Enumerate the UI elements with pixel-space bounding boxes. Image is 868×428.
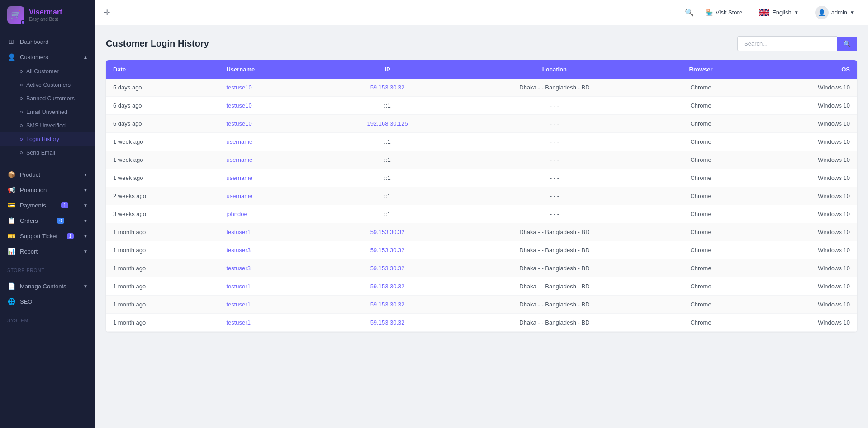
sidebar-item-all-customer[interactable]: All Customer	[0, 65, 95, 78]
cell-location: Dhaka - - Bangladesh - BD	[454, 223, 656, 241]
sidebar-item-label: Customers	[20, 54, 48, 61]
cell-ip[interactable]: 59.153.30.32	[322, 223, 454, 241]
cell-ip: ::1	[322, 97, 454, 115]
cell-username[interactable]: testuser1	[219, 296, 321, 314]
nav-bottom: 📦 Product ▼ 📢 Promotion ▼ 💳 Payments 1 ▼…	[0, 163, 95, 263]
cell-location: Dhaka - - Bangladesh - BD	[454, 314, 656, 332]
cell-ip[interactable]: 59.153.30.32	[322, 277, 454, 296]
cell-date: 1 week ago	[106, 151, 219, 169]
sidebar-sub-label: Email Unverified	[26, 109, 67, 115]
cell-os: Windows 10	[746, 115, 857, 133]
chevron-up-icon: ▲	[83, 55, 88, 60]
cell-location: - - -	[454, 169, 656, 187]
cell-browser: Chrome	[655, 115, 746, 133]
table-body: 5 days ago testuse10 59.153.30.32 Dhaka …	[106, 79, 857, 332]
cell-ip[interactable]: 59.153.30.32	[322, 296, 454, 314]
admin-menu[interactable]: 👤 admin ▼	[811, 3, 859, 22]
search-box: 🔍	[737, 36, 857, 51]
cell-username[interactable]: username	[219, 187, 321, 205]
cell-os: Windows 10	[746, 97, 857, 115]
sidebar-item-dashboard[interactable]: ⊞ Dashboard	[0, 34, 95, 49]
logo-icon: 🛒	[7, 6, 24, 24]
search-button[interactable]: 🔍	[837, 37, 857, 51]
cell-os: Windows 10	[746, 296, 857, 314]
sidebar: 🛒 Visermart Easy and Best ⊞ Dashboard 👤 …	[0, 0, 95, 428]
visit-store-label: Visit Store	[716, 9, 742, 16]
cell-location: - - -	[454, 133, 656, 151]
sidebar-item-payments[interactable]: 💳 Payments 1 ▼	[0, 198, 95, 213]
cell-location: - - -	[454, 115, 656, 133]
cell-username[interactable]: testuser3	[219, 259, 321, 277]
cell-location: Dhaka - - Bangladesh - BD	[454, 296, 656, 314]
cell-ip[interactable]: 59.153.30.32	[322, 241, 454, 259]
cell-ip[interactable]: 59.153.30.32	[322, 314, 454, 332]
login-history-table-container: Date Username IP Location Browser OS 5 d…	[106, 60, 857, 332]
topbar: ✛ 🔍 🏪 Visit Store English ▼ 👤 admin ▼	[95, 0, 868, 25]
cell-location: Dhaka - - Bangladesh - BD	[454, 241, 656, 259]
cell-browser: Chrome	[655, 151, 746, 169]
sidebar-item-orders[interactable]: 📋 Orders 0 ▼	[0, 213, 95, 228]
cell-location: - - -	[454, 151, 656, 169]
sidebar-item-banned-customers[interactable]: Banned Customers	[0, 92, 95, 105]
cell-browser: Chrome	[655, 97, 746, 115]
seo-icon: 🌐	[7, 298, 15, 305]
cell-os: Windows 10	[746, 151, 857, 169]
cell-ip[interactable]: 192.168.30.125	[322, 115, 454, 133]
sidebar-item-customers[interactable]: 👤 Customers ▲	[0, 49, 95, 65]
payments-badge: 1	[61, 202, 68, 208]
sidebar-item-report[interactable]: 📊 Report ▼	[0, 244, 95, 259]
visit-store-button[interactable]: 🏪 Visit Store	[701, 6, 747, 19]
table-row: 1 week ago username ::1 - - - Chrome Win…	[106, 169, 857, 187]
cell-browser: Chrome	[655, 169, 746, 187]
cell-date: 1 week ago	[106, 169, 219, 187]
cell-username[interactable]: testuse10	[219, 79, 321, 97]
cell-username[interactable]: testuser1	[219, 223, 321, 241]
cell-date: 1 month ago	[106, 277, 219, 296]
orders-badge: 0	[57, 218, 64, 224]
page-header: Customer Login History 🔍	[106, 36, 857, 51]
logo-subtitle: Easy and Best	[29, 17, 62, 22]
cell-username[interactable]: username	[219, 133, 321, 151]
dot-icon	[20, 111, 23, 113]
crosshair-icon[interactable]: ✛	[104, 8, 110, 17]
chevron-down-icon: ▼	[83, 203, 88, 208]
cell-username[interactable]: johndoe	[219, 205, 321, 223]
cell-ip[interactable]: 59.153.30.32	[322, 79, 454, 97]
sidebar-item-support-ticket[interactable]: 🎫 Support Ticket 1 ▼	[0, 228, 95, 244]
table-row: 3 weeks ago johndoe ::1 - - - Chrome Win…	[106, 205, 857, 223]
language-selector[interactable]: English ▼	[754, 6, 803, 19]
cell-username[interactable]: username	[219, 169, 321, 187]
cell-date: 1 month ago	[106, 259, 219, 277]
sidebar-item-login-history[interactable]: Login History	[0, 132, 95, 146]
cell-username[interactable]: testuse10	[219, 97, 321, 115]
sidebar-item-sms-unverified[interactable]: SMS Unverified	[0, 119, 95, 132]
sidebar-item-active-customers[interactable]: Active Customers	[0, 78, 95, 92]
table-row: 2 weeks ago username ::1 - - - Chrome Wi…	[106, 187, 857, 205]
sidebar-item-send-email[interactable]: Send Email	[0, 146, 95, 160]
cell-username[interactable]: testuser1	[219, 314, 321, 332]
sidebar-item-seo[interactable]: 🌐 SEO	[0, 294, 95, 309]
cell-browser: Chrome	[655, 277, 746, 296]
cell-username[interactable]: testuser3	[219, 241, 321, 259]
cell-username[interactable]: username	[219, 151, 321, 169]
cell-username[interactable]: testuse10	[219, 115, 321, 133]
table-header: Date Username IP Location Browser OS	[106, 60, 857, 79]
cell-date: 3 weeks ago	[106, 205, 219, 223]
cell-os: Windows 10	[746, 133, 857, 151]
cell-username[interactable]: testuser1	[219, 277, 321, 296]
sidebar-item-product[interactable]: 📦 Product ▼	[0, 167, 95, 182]
table-row: 1 week ago username ::1 - - - Chrome Win…	[106, 151, 857, 169]
search-icon[interactable]: 🔍	[685, 8, 694, 17]
cell-location: Dhaka - - Bangladesh - BD	[454, 259, 656, 277]
search-input[interactable]	[737, 36, 837, 51]
sidebar-item-manage-contents[interactable]: 📄 Manage Contents ▼	[0, 278, 95, 294]
sidebar-item-promotion[interactable]: 📢 Promotion ▼	[0, 182, 95, 198]
chevron-down-icon: ▼	[83, 249, 88, 254]
cell-browser: Chrome	[655, 223, 746, 241]
product-icon: 📦	[7, 171, 15, 178]
cell-ip[interactable]: 59.153.30.32	[322, 259, 454, 277]
table-row: 6 days ago testuse10 192.168.30.125 - - …	[106, 115, 857, 133]
dot-icon	[20, 70, 23, 73]
sidebar-item-email-unverified[interactable]: Email Unverified	[0, 105, 95, 119]
support-icon: 🎫	[7, 232, 15, 240]
